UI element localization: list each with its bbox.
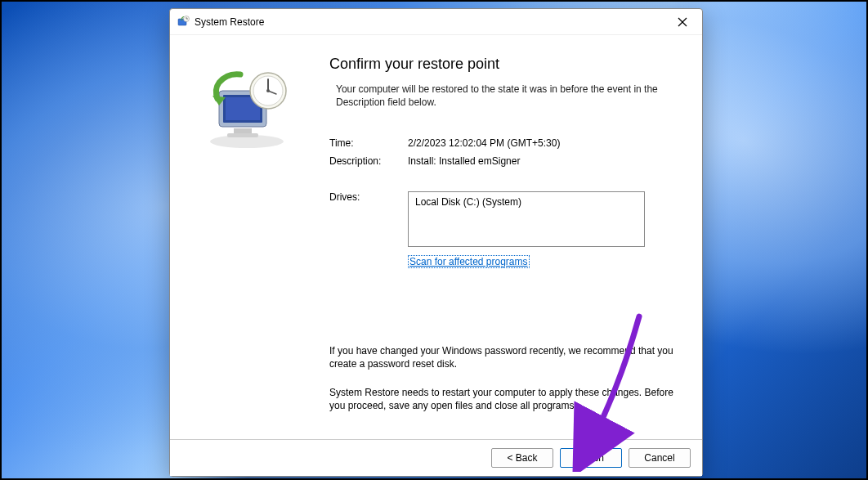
finish-button[interactable]: Finish bbox=[560, 448, 622, 468]
description-row: Description: Install: Installed emSigner bbox=[329, 155, 678, 167]
restart-warning: System Restore needs to restart your com… bbox=[329, 386, 678, 412]
wizard-sidebar bbox=[170, 35, 321, 439]
drive-item[interactable]: Local Disk (C:) (System) bbox=[415, 196, 638, 208]
window-title: System Restore bbox=[195, 16, 664, 28]
time-row: Time: 2/2/2023 12:02:04 PM (GMT+5:30) bbox=[329, 137, 678, 149]
page-description: Your computer will be restored to the st… bbox=[329, 83, 678, 109]
description-value: Install: Installed emSigner bbox=[408, 155, 520, 167]
time-value: 2/2/2023 12:02:04 PM (GMT+5:30) bbox=[408, 137, 560, 149]
system-restore-large-icon bbox=[201, 68, 299, 150]
scan-affected-programs-link[interactable]: Scan for affected programs bbox=[408, 255, 530, 268]
close-button[interactable] bbox=[664, 11, 700, 34]
svg-rect-11 bbox=[234, 128, 252, 133]
system-restore-icon bbox=[177, 16, 190, 29]
wizard-main: Confirm your restore point Your computer… bbox=[321, 35, 702, 439]
drives-label: Drives: bbox=[329, 191, 408, 247]
page-heading: Confirm your restore point bbox=[329, 56, 678, 73]
close-icon bbox=[678, 17, 687, 27]
system-restore-dialog: System Restore bbox=[169, 8, 703, 477]
warning-text: If you have changed your Windows passwor… bbox=[329, 344, 678, 427]
back-button[interactable]: < Back bbox=[491, 448, 553, 468]
password-warning: If you have changed your Windows passwor… bbox=[329, 344, 678, 370]
titlebar: System Restore bbox=[170, 9, 702, 35]
dialog-footer: < Back Finish Cancel bbox=[170, 439, 702, 476]
drives-row: Drives: Local Disk (C:) (System) bbox=[329, 191, 678, 247]
dialog-content: Confirm your restore point Your computer… bbox=[170, 35, 702, 439]
drives-listbox[interactable]: Local Disk (C:) (System) bbox=[408, 191, 645, 247]
svg-rect-12 bbox=[227, 133, 258, 137]
cancel-button[interactable]: Cancel bbox=[629, 448, 691, 468]
svg-point-17 bbox=[266, 89, 270, 92]
description-label: Description: bbox=[329, 155, 408, 167]
time-label: Time: bbox=[329, 137, 408, 149]
